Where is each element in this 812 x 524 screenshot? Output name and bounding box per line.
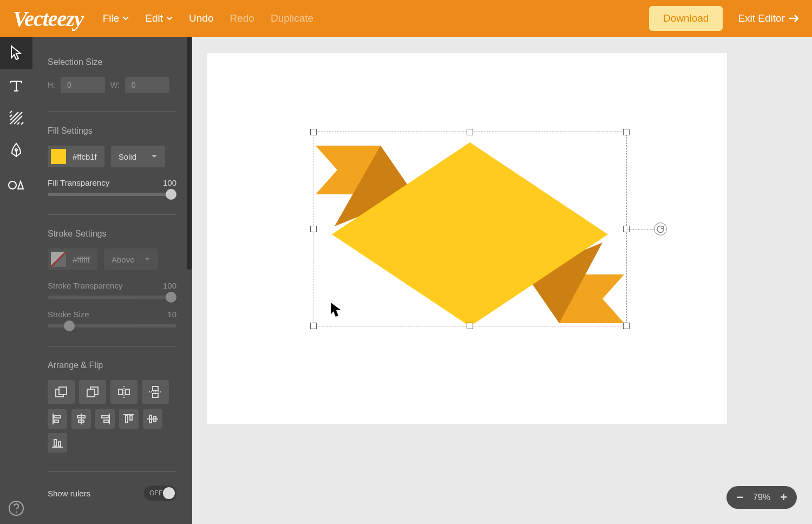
section-title: Fill Settings	[48, 126, 176, 136]
toggle-state: OFF	[149, 489, 162, 497]
fill-settings-section: Fill Settings #ffcb1f Solid Fill Transpa…	[48, 112, 176, 214]
toggle-knob	[163, 487, 175, 499]
menu-redo[interactable]: Redo	[230, 12, 254, 24]
slider-knob[interactable]	[166, 189, 176, 200]
rulers-section: Show rulers OFF	[48, 471, 176, 506]
help-button[interactable]	[0, 500, 32, 516]
logo: Vecteezy	[13, 6, 83, 31]
rotate-handle[interactable]	[654, 222, 667, 235]
tool-artboard[interactable]	[0, 102, 32, 134]
svg-rect-7	[119, 389, 122, 395]
svg-rect-9	[153, 387, 158, 390]
section-title: Stroke Settings	[48, 229, 176, 239]
canvas[interactable]	[207, 53, 727, 424]
svg-rect-6	[87, 389, 95, 397]
svg-point-0	[9, 181, 16, 189]
svg-rect-10	[153, 394, 158, 397]
zoom-control: − 79% +	[726, 486, 797, 509]
height-input[interactable]	[61, 77, 105, 93]
stroke-hex-value: #ffffff	[73, 255, 90, 264]
pen-icon	[9, 142, 23, 159]
flip-horizontal-button[interactable]	[110, 380, 137, 404]
align-right-button[interactable]	[95, 409, 115, 429]
svg-rect-8	[126, 389, 129, 395]
help-icon	[8, 500, 24, 516]
section-title: Selection Size	[48, 57, 176, 67]
stroke-transparency-value: 100	[163, 281, 176, 290]
align-center-v-button[interactable]	[143, 409, 162, 429]
menu-edit[interactable]: Edit	[145, 12, 173, 24]
svg-rect-22	[58, 442, 61, 446]
properties-panel: Selection Size H: W: Fill Settings #ffcb…	[32, 37, 189, 524]
selection-box[interactable]	[313, 132, 627, 326]
stroke-color-picker[interactable]: #ffffff	[48, 248, 97, 270]
section-title: Arrange & Flip	[48, 361, 176, 370]
tool-rail	[0, 37, 32, 524]
exit-editor-button[interactable]: Exit Editor	[738, 12, 799, 24]
stroke-size-slider[interactable]	[48, 324, 176, 328]
handle-n[interactable]	[467, 129, 473, 135]
svg-rect-15	[102, 416, 108, 418]
handle-s[interactable]	[467, 323, 473, 329]
work-area[interactable]: − 79% +	[192, 37, 812, 524]
fill-type-dropdown[interactable]: Solid	[111, 146, 165, 167]
show-rulers-label: Show rulers	[48, 489, 90, 498]
tool-text[interactable]	[0, 69, 32, 102]
bring-forward-button[interactable]	[79, 380, 106, 404]
handle-ne[interactable]	[623, 129, 630, 135]
selection-size-section: Selection Size H: W:	[48, 52, 176, 112]
svg-rect-21	[54, 440, 56, 446]
text-icon	[9, 78, 24, 93]
svg-rect-12	[54, 420, 58, 422]
cursor-icon	[329, 302, 343, 318]
shapes-icon	[8, 175, 24, 191]
chevron-down-icon	[122, 15, 129, 22]
fill-transparency-label: Fill Transparency	[48, 178, 109, 187]
fill-transparency-value: 100	[163, 178, 176, 187]
stroke-size-label: Stroke Size	[48, 310, 89, 319]
stroke-transparency-slider[interactable]	[48, 296, 176, 299]
svg-rect-18	[130, 416, 132, 420]
stroke-transparency-label: Stroke Transparency	[48, 281, 122, 290]
tool-pointer[interactable]	[0, 37, 32, 69]
handle-se[interactable]	[623, 323, 630, 329]
align-top-button[interactable]	[119, 409, 139, 429]
height-label: H:	[48, 81, 55, 89]
zoom-out-button[interactable]: −	[736, 492, 743, 503]
menu-undo[interactable]: Undo	[189, 12, 213, 24]
zoom-in-button[interactable]: +	[780, 492, 787, 503]
rotate-connector	[627, 229, 654, 230]
flip-vertical-button[interactable]	[142, 380, 169, 404]
handle-w[interactable]	[310, 226, 317, 232]
stroke-swatch	[51, 252, 66, 267]
slider-knob[interactable]	[166, 292, 176, 303]
menu-duplicate[interactable]: Duplicate	[271, 12, 313, 24]
stroke-settings-section: Stroke Settings #ffffff Above Stroke Tra…	[48, 214, 176, 346]
fill-transparency-slider[interactable]	[48, 193, 176, 196]
fill-color-picker[interactable]: #ffcb1f	[48, 146, 104, 167]
send-backward-button[interactable]	[48, 380, 75, 404]
tool-shapes[interactable]	[0, 167, 32, 199]
align-center-h-button[interactable]	[71, 409, 91, 429]
panel-scrollbar[interactable]	[187, 37, 192, 270]
chevron-down-icon	[166, 15, 173, 22]
handle-sw[interactable]	[310, 323, 317, 329]
arrange-flip-section: Arrange & Flip	[48, 346, 176, 471]
menu-file[interactable]: File	[103, 12, 129, 24]
fill-swatch	[51, 149, 66, 164]
svg-rect-17	[126, 416, 128, 422]
svg-rect-11	[54, 416, 61, 418]
svg-rect-16	[104, 420, 108, 422]
show-rulers-toggle[interactable]: OFF	[144, 486, 176, 501]
pointer-icon	[9, 45, 23, 61]
width-input[interactable]	[125, 77, 169, 93]
width-label: W:	[110, 81, 120, 89]
handle-nw[interactable]	[310, 129, 317, 135]
stroke-position-dropdown[interactable]: Above	[104, 248, 158, 270]
arrow-right-icon	[789, 15, 799, 22]
tool-pen[interactable]	[0, 134, 32, 167]
align-bottom-button[interactable]	[48, 433, 67, 453]
align-left-button[interactable]	[48, 409, 67, 429]
download-button[interactable]: Download	[649, 6, 723, 31]
slider-knob[interactable]	[64, 320, 75, 331]
